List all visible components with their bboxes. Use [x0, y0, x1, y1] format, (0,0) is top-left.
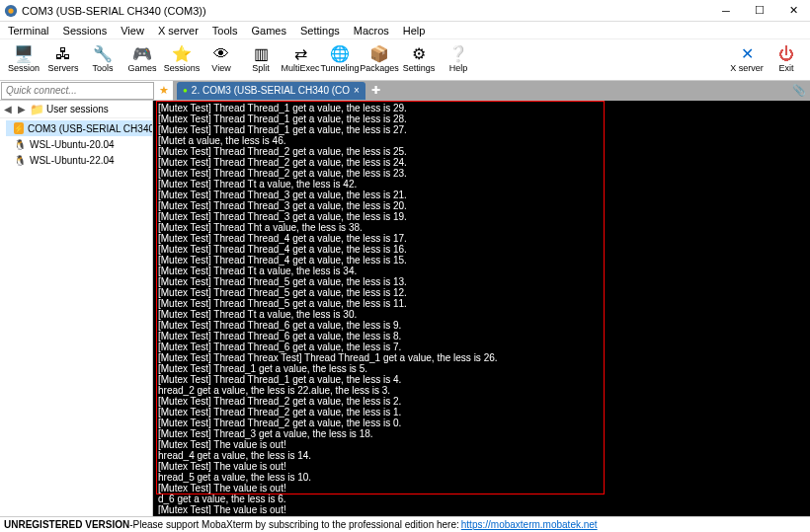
terminal-line: [Mutex Test] Thread Thread_5 get a value…: [158, 298, 805, 309]
terminal-line: [Mutex Test] Thread Thread_2 get a value…: [158, 146, 805, 157]
tool-label: Split: [252, 63, 270, 73]
settings-icon: ⚙: [412, 46, 426, 62]
menu-x-server[interactable]: X server: [152, 24, 204, 38]
tool-sessions[interactable]: ⭐Sessions: [162, 40, 202, 80]
terminal-line: [Mutex Test] Thread Thread_2 get a value…: [158, 418, 805, 428]
tool-games[interactable]: 🎮Games: [122, 40, 162, 80]
tool-session[interactable]: 🖥️Session: [4, 40, 43, 80]
tool-packages[interactable]: 📦Packages: [360, 40, 399, 80]
session-tree: ⚡COM3 (USB-SERIAL CH340 (CO🐧WSL-Ubuntu-2…: [0, 118, 152, 170]
terminal-line: [Mutex Test] Thread Thread_1 get a value…: [158, 103, 805, 114]
tool-split[interactable]: ▥Split: [241, 40, 281, 80]
nav-fwd-icon[interactable]: ▶: [16, 104, 28, 114]
terminal-line: [Mutex Test] The value is out!: [158, 461, 805, 472]
tool-tunneling[interactable]: 🌐Tunneling: [320, 40, 360, 80]
tool-label: View: [211, 63, 230, 73]
menu-view[interactable]: View: [115, 24, 150, 38]
terminal-line: [Mutex Test] Thread Thread_4 get a value…: [158, 244, 805, 255]
tool-exit[interactable]: ⏻Exit: [767, 40, 806, 80]
games-icon: 🎮: [132, 46, 152, 62]
menu-games[interactable]: Games: [246, 24, 292, 38]
terminal-line: [Mutex Test] Thread Thread_3 get a value…: [158, 200, 805, 211]
exit-icon: ⏻: [778, 46, 794, 62]
menu-tools[interactable]: Tools: [206, 24, 244, 38]
terminal-line: [Mutex Test] Thread Thread_1 get a value…: [158, 374, 805, 385]
tool-view[interactable]: 👁View: [202, 40, 241, 80]
terminal[interactable]: [Mutex Test] Thread Thread_1 get a value…: [153, 101, 810, 516]
tab-com3[interactable]: ● 2. COM3 (USB-SERIAL CH340 (CO ×: [177, 82, 365, 100]
tool-settings[interactable]: ⚙Settings: [399, 40, 439, 80]
tool-label: Settings: [403, 63, 436, 73]
tool-tools[interactable]: 🔧Tools: [83, 40, 122, 80]
tool-label: Help: [449, 63, 468, 73]
sessions-icon: ⭐: [172, 46, 192, 62]
help-icon: ❔: [448, 46, 468, 62]
terminal-line: [Mutex Test] Thread Tt a value, the less…: [158, 179, 805, 190]
close-button[interactable]: ✕: [776, 0, 810, 22]
quickconnect-row: ★ ● 2. COM3 (USB-SERIAL CH340 (CO × ✚ 📎: [0, 81, 810, 101]
terminal-line: [Mutex Test] Thread Tt a value, the less…: [158, 266, 805, 276]
menu-settings[interactable]: Settings: [294, 24, 346, 38]
status-link[interactable]: https://mobaxterm.mobatek.net: [461, 519, 598, 530]
tool-label: Exit: [778, 63, 793, 73]
close-icon[interactable]: ×: [354, 85, 360, 96]
terminal-line: [Mutex Test] Thread Thread_1 get a value…: [158, 124, 805, 135]
tool-label: MultiExec: [281, 63, 319, 73]
svg-point-1: [8, 8, 13, 13]
terminal-line: [Mutex Test] Thread Thread_2 get a value…: [158, 396, 805, 407]
tabstrip: ● 2. COM3 (USB-SERIAL CH340 (CO × ✚ 📎: [173, 81, 810, 101]
menu-terminal[interactable]: Terminal: [2, 24, 55, 38]
tree-item-wsl-ubuntu-20-04[interactable]: 🐧WSL-Ubuntu-20.04: [6, 136, 152, 152]
x-server-icon: ✕: [741, 46, 754, 62]
tree-item-label: WSL-Ubuntu-20.04: [30, 139, 115, 150]
window-title: COM3 (USB-SERIAL CH340 (COM3)): [22, 5, 709, 17]
servers-icon: 🖧: [55, 46, 71, 62]
status-unregistered: UNREGISTERED VERSION: [4, 519, 129, 530]
tool-label: Sessions: [164, 63, 201, 73]
nav-back-icon[interactable]: ◀: [2, 104, 14, 114]
tool-help[interactable]: ❔Help: [439, 40, 478, 80]
menu-help[interactable]: Help: [397, 24, 432, 38]
tree-item-label: COM3 (USB-SERIAL CH340 (CO: [28, 123, 152, 134]
new-tab-button[interactable]: ✚: [367, 84, 384, 97]
window-controls: ─ ☐ ✕: [709, 0, 810, 22]
terminal-line: [Mutex Test] Thread Thread_5 get a value…: [158, 287, 805, 298]
terminal-line: [Mutex Test] Thread Thread_4 get a value…: [158, 255, 805, 266]
tool-x-server[interactable]: ✕X server: [727, 40, 767, 80]
tree-item-wsl-ubuntu-22-04[interactable]: 🐧WSL-Ubuntu-22.04: [6, 152, 152, 168]
quickconnect-input[interactable]: [1, 82, 154, 100]
maximize-button[interactable]: ☐: [743, 0, 776, 22]
session-icon: 🖥️: [14, 46, 34, 62]
tree-item-com3-usb-serial-ch340-co[interactable]: ⚡COM3 (USB-SERIAL CH340 (CO: [6, 120, 152, 136]
terminal-line: [Mutex Test] Thread Tt a value, the less…: [158, 309, 805, 320]
terminal-line: hread_2 get a value, the less is 22.alue…: [158, 385, 805, 396]
terminal-line: [Mutex Test] The value is out!: [158, 483, 805, 494]
minimize-button[interactable]: ─: [709, 0, 743, 22]
tool-multiexec[interactable]: ⇄MultiExec: [281, 40, 320, 80]
serial-icon: ⚡: [14, 122, 24, 134]
tree-item-label: WSL-Ubuntu-22.04: [30, 155, 115, 166]
terminal-output: [Mutex Test] Thread Thread_1 get a value…: [158, 103, 805, 514]
split-icon: ▥: [254, 46, 269, 62]
terminal-line: hread_4 get a value, the less is 14.: [158, 450, 805, 461]
tunneling-icon: 🌐: [330, 46, 350, 62]
terminal-line: [Mutex Test] The value is out!: [158, 504, 805, 514]
terminal-line: [Mutex Test] The value is out!: [158, 439, 805, 450]
favorite-icon[interactable]: ★: [155, 84, 173, 97]
tool-servers[interactable]: 🖧Servers: [43, 40, 83, 80]
folder-icon: 📁: [30, 103, 44, 116]
packages-icon: 📦: [369, 46, 389, 62]
terminal-line: [Mutex Test] Thread Threax Test] Thread …: [158, 352, 805, 363]
app-icon: [4, 4, 18, 18]
tool-label: Packages: [360, 63, 399, 73]
tool-label: Session: [8, 63, 40, 73]
statusbar: UNREGISTERED VERSION - Please support Mo…: [0, 516, 810, 532]
menu-sessions[interactable]: Sessions: [57, 24, 114, 38]
menu-macros[interactable]: Macros: [348, 24, 395, 38]
paperclip-icon[interactable]: 📎: [792, 84, 806, 97]
view-icon: 👁: [213, 46, 229, 62]
penguin-icon: 🐧: [14, 154, 26, 166]
tool-label: Games: [127, 63, 156, 73]
tools-icon: 🔧: [93, 46, 113, 62]
status-text: Please support MobaXterm by subscribing …: [133, 519, 459, 530]
